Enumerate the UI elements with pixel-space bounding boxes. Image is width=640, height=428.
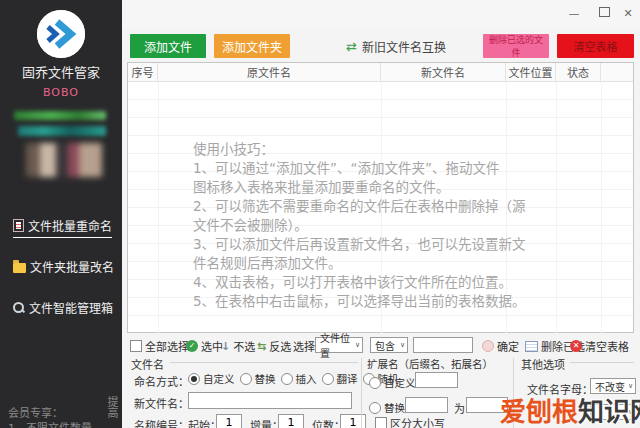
- chevron-down-icon: ∨: [400, 341, 405, 349]
- col-spacer: [601, 63, 633, 81]
- uncheck-button[interactable]: ↓ 不选: [221, 338, 255, 354]
- watermark-orange: 爱刨根: [500, 397, 578, 427]
- sidebar-item-label: 文件批量重命名: [28, 217, 112, 234]
- titlebar: [122, 0, 640, 28]
- radio-replace[interactable]: 替换: [240, 371, 276, 386]
- watermark-dark: 知识网: [578, 397, 640, 427]
- col-index[interactable]: 序号: [128, 63, 158, 81]
- naming-method-radios: 自定义 替换 插入 翻译 随机: [188, 371, 399, 386]
- swap-icon: ⇄: [346, 39, 357, 54]
- blurred-account-text-2: [18, 126, 106, 136]
- case-sensitive-checkbox[interactable]: 区分大小写: [375, 415, 445, 428]
- other-group-title: 其他选项: [521, 356, 565, 372]
- user-name: BOBO: [0, 86, 122, 99]
- group-divider: [570, 362, 634, 363]
- member-note-line2: 1、不限文件数量: [8, 419, 92, 428]
- delete-selected-files-button[interactable]: 删除已选的文件: [483, 34, 549, 58]
- section-divider: [361, 358, 362, 428]
- member-note-vertical: 提高: [103, 396, 119, 418]
- to-label: 为: [454, 400, 465, 416]
- grid-line: [158, 82, 159, 333]
- magnifier-icon: [13, 302, 25, 314]
- filename-group-title: 文件名: [131, 356, 164, 372]
- member-note: 会员专享：: [8, 404, 63, 420]
- chevron-down-icon: ∨: [628, 382, 633, 390]
- radio-icon: [188, 373, 200, 385]
- radio-icon: [369, 377, 381, 389]
- increment-input[interactable]: [278, 414, 304, 428]
- confirm-icon: [482, 340, 494, 352]
- file-table[interactable]: 序号 原文件名 新文件名 文件位置 状态 使用小技巧： 1、可以通过“添加文件”…: [127, 62, 634, 333]
- usage-tips: 使用小技巧： 1、可以通过“添加文件”、“添加文件夹”、拖动文件 图标移入表格来…: [193, 140, 526, 311]
- col-original-name[interactable]: 原文件名: [158, 63, 381, 81]
- radio-custom[interactable]: 自定义: [188, 371, 235, 386]
- new-filename-label: 新文件名：: [134, 395, 189, 411]
- checkbox-icon: [375, 417, 387, 428]
- filter-field-select[interactable]: 文件位置 ∨: [315, 337, 363, 353]
- sidebar-item-smart-box[interactable]: 文件智能管理箱: [13, 299, 113, 319]
- folder-icon: [13, 263, 26, 273]
- app-title: 固乔文件管家: [0, 62, 122, 81]
- blurred-account-text: [14, 111, 106, 120]
- swap-names-label: 新旧文件名互换: [362, 38, 446, 55]
- table-grid-icon: [525, 341, 538, 352]
- sidebar-item-label: 文件智能管理箱: [29, 299, 113, 316]
- col-location[interactable]: 文件位置: [506, 63, 556, 81]
- radio-insert[interactable]: 插入: [281, 371, 317, 386]
- table-header: 序号 原文件名 新文件名 文件位置 状态: [128, 63, 633, 82]
- numbering-label: 名称编号：: [134, 417, 189, 428]
- app-logo-icon: [37, 10, 85, 58]
- radio-icon: [240, 373, 252, 385]
- ext-custom-input[interactable]: [415, 372, 458, 388]
- minimize-button[interactable]: —: [566, 6, 582, 22]
- sidebar-item-folder-rename[interactable]: 文件夹批量改名: [13, 258, 114, 278]
- check-selected-button[interactable]: ✓ 选中: [186, 338, 223, 354]
- ext-replace-from-input[interactable]: [405, 397, 448, 413]
- radio-translate[interactable]: 翻译: [322, 371, 358, 386]
- clear-table-button[interactable]: 清空表格: [557, 34, 634, 58]
- app-window: 固乔文件管家 BOBO 文件批量重命名 文件夹批量改名 文件智能管理箱 会员专享…: [0, 0, 640, 428]
- col-status[interactable]: 状态: [556, 63, 601, 81]
- sidebar-item-batch-rename[interactable]: 文件批量重命名: [13, 217, 112, 238]
- digits-input[interactable]: [340, 414, 366, 428]
- add-file-button[interactable]: 添加文件: [130, 34, 206, 58]
- naming-method-label: 命名方式：: [134, 373, 189, 389]
- maximize-icon: [599, 7, 610, 17]
- sidebar-item-label: 文件夹批量改名: [30, 258, 114, 275]
- start-input[interactable]: [216, 414, 242, 428]
- file-icon: [13, 219, 24, 232]
- down-arrow-icon: ↓: [221, 340, 230, 353]
- table-body[interactable]: 使用小技巧： 1、可以通过“添加文件”、“添加文件夹”、拖动文件 图标移入表格来…: [128, 82, 633, 333]
- filter-text-input[interactable]: [413, 337, 473, 353]
- radio-icon: [369, 402, 381, 414]
- radio-icon: [281, 373, 293, 385]
- red-x-icon: ✕: [570, 340, 582, 352]
- filter-op-select[interactable]: 包含 ∨: [370, 337, 408, 353]
- add-folder-button[interactable]: 添加文件夹: [214, 34, 290, 58]
- check-circle-icon: ✓: [186, 340, 198, 352]
- sidebar: 固乔文件管家 BOBO 文件批量重命名 文件夹批量改名 文件智能管理箱 会员专享…: [0, 0, 122, 428]
- col-new-name[interactable]: 新文件名: [381, 63, 506, 81]
- clear-table-small-button[interactable]: ✕ 清空表格: [570, 338, 629, 354]
- checkbox-icon: [130, 340, 142, 352]
- maximize-button[interactable]: [596, 6, 612, 22]
- radio-icon: [322, 373, 334, 385]
- new-filename-input[interactable]: [188, 392, 352, 409]
- select-all-checkbox[interactable]: 全部选择: [130, 338, 189, 354]
- grid-line: [601, 82, 602, 333]
- invert-selection-button[interactable]: ⇆ 反选: [257, 338, 291, 354]
- group-divider: [170, 362, 358, 363]
- filter-confirm-button[interactable]: 确定: [482, 338, 519, 354]
- grid-line: [556, 82, 557, 333]
- invert-arrows-icon: ⇆: [257, 340, 266, 353]
- chevron-down-icon: ∨: [355, 341, 360, 349]
- close-button[interactable]: ✕: [620, 6, 636, 22]
- swap-names-button[interactable]: ⇄ 新旧文件名互换: [346, 38, 446, 55]
- watermark: 爱刨根知识网: [500, 391, 640, 428]
- blurred-account-image: [26, 143, 102, 177]
- extension-group-title: 扩展名（后缀名、拓展名）: [367, 356, 493, 371]
